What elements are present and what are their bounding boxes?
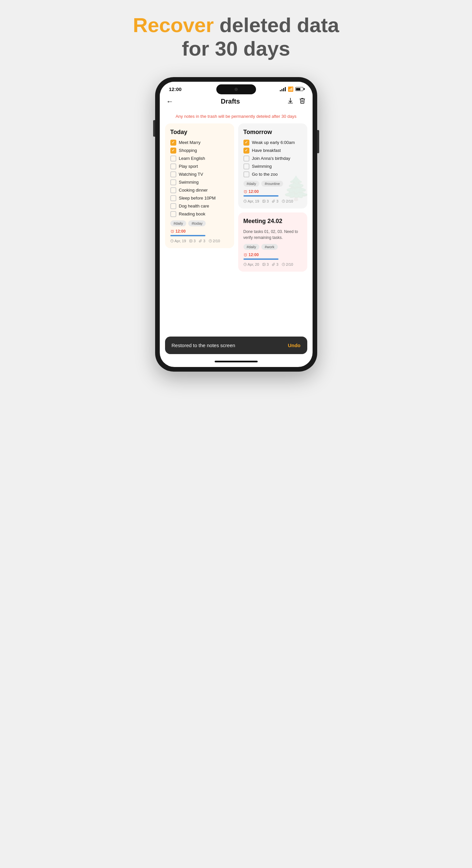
- back-button[interactable]: ←: [166, 97, 174, 106]
- meeting-date: Apr, 20: [244, 262, 259, 267]
- task-reading: Reading book: [170, 211, 229, 217]
- cards-grid: Today Meet Marry Shopping Learn English: [160, 123, 313, 278]
- checkbox-reading[interactable]: [170, 211, 176, 217]
- task-sleep: Sleep before 10PM: [170, 195, 229, 201]
- today-card-title: Today: [170, 129, 229, 136]
- meeting-images-count: 3: [266, 262, 269, 267]
- today-card-footer: 12:00 Apr, 19 3: [170, 229, 229, 243]
- today-card[interactable]: Today Meet Marry Shopping Learn English: [165, 123, 234, 248]
- checkbox-cooking[interactable]: [170, 187, 176, 193]
- phone-frame: 12:00 📶: [155, 77, 317, 372]
- checkbox-meet-marry[interactable]: [170, 140, 176, 146]
- task-cooking-text: Cooking dinner: [179, 188, 208, 193]
- header-title: Drafts: [221, 98, 240, 105]
- tag-daily-tmr: #daily: [244, 181, 260, 187]
- status-time: 12:00: [169, 86, 182, 92]
- tomorrow-alarm-time: 12:00: [249, 189, 259, 194]
- phone-screen: 12:00 📶: [160, 82, 313, 367]
- task-swimming-text: Swimming: [179, 180, 199, 185]
- checkbox-shopping[interactable]: [170, 148, 176, 154]
- today-images-count: 3: [193, 239, 195, 243]
- checkbox-play-sport[interactable]: [170, 163, 176, 169]
- today-date: Apr, 19: [170, 239, 186, 243]
- task-watching-tv: Watching TV: [170, 172, 229, 177]
- status-bar: 12:00 📶: [160, 82, 313, 94]
- checkbox-wakeup[interactable]: [244, 140, 249, 146]
- task-play-sport: Play sport: [170, 163, 229, 169]
- task-learn-english: Learn English: [170, 156, 229, 161]
- checkbox-breakfast[interactable]: [244, 148, 249, 154]
- status-icons: 📶: [280, 86, 303, 92]
- meeting-attachments: 3: [272, 262, 278, 267]
- today-card-meta: Apr, 19 3 3: [170, 239, 229, 243]
- home-indicator: [215, 361, 258, 362]
- meeting-progress: 2/10: [282, 262, 293, 267]
- task-breakfast-text: Have breakfast: [252, 148, 281, 153]
- undo-button[interactable]: Undo: [288, 342, 300, 348]
- svg-point-9: [263, 200, 263, 201]
- battery-icon: [295, 87, 303, 91]
- task-breakfast: Have breakfast: [244, 148, 302, 154]
- task-sleep-text: Sleep before 10PM: [179, 195, 216, 200]
- toast-notification: Restored to the notes screen Undo: [165, 337, 307, 354]
- task-birthday-text: Join Anna's birthday: [252, 156, 290, 161]
- tomorrow-card-title: Tomorrow: [244, 129, 302, 136]
- task-shopping-text: Shopping: [179, 148, 197, 153]
- today-attachments: 3: [199, 239, 205, 243]
- task-shopping: Shopping: [170, 148, 229, 154]
- checkbox-birthday[interactable]: [244, 156, 249, 161]
- task-meet-marry-text: Meet Marry: [179, 140, 201, 145]
- task-swimming-tmr: Swimming: [244, 163, 302, 169]
- tomorrow-date: Apr, 19: [244, 199, 259, 203]
- tag-rountine: #rountine: [261, 181, 283, 187]
- checkbox-swimming[interactable]: [170, 179, 176, 185]
- checkbox-sleep[interactable]: [170, 195, 176, 201]
- task-meet-marry: Meet Marry: [170, 140, 229, 146]
- today-progress-bar: [170, 235, 206, 236]
- signal-bars-icon: [280, 87, 286, 91]
- meeting-card-meta: Apr, 20 3 3: [244, 262, 302, 267]
- task-watching-tv-text: Watching TV: [179, 172, 203, 177]
- meeting-card-tags: #daily #work: [244, 244, 302, 250]
- task-swimming: Swimming: [170, 179, 229, 185]
- today-alarm: 12:00: [170, 229, 229, 234]
- meeting-desc: Done tasks 01, 02, 03. Need to verify re…: [244, 229, 302, 241]
- dynamic-island: [216, 84, 256, 94]
- meeting-progress-bar: [244, 258, 279, 260]
- meeting-alarm-time: 12:00: [249, 252, 259, 257]
- today-card-container: Today Meet Marry Shopping Learn English: [165, 123, 234, 272]
- task-reading-text: Reading book: [179, 212, 206, 216]
- tomorrow-progress-bar: [244, 195, 279, 196]
- checkbox-zoo[interactable]: [244, 172, 249, 177]
- checkbox-learn-english[interactable]: [170, 156, 176, 161]
- task-wakeup-text: Weak up early 6:00am: [252, 140, 295, 145]
- meeting-attach-count: 3: [276, 262, 278, 267]
- today-progress-text: 2/10: [213, 239, 220, 243]
- camera-dot: [234, 88, 238, 91]
- checkbox-dog-health[interactable]: [170, 203, 176, 209]
- tag-daily-meeting: #daily: [244, 244, 260, 250]
- tag-daily-today: #daily: [170, 220, 187, 226]
- task-cooking: Cooking dinner: [170, 187, 229, 193]
- headline-orange: Recover: [133, 13, 214, 36]
- trash-icon[interactable]: [299, 97, 306, 105]
- meeting-images: 3: [262, 262, 269, 267]
- app-header: ← Drafts: [160, 94, 313, 111]
- task-wakeup: Weak up early 6:00am: [244, 140, 302, 146]
- task-dog-health-text: Dog health care: [179, 204, 209, 209]
- today-card-tags: #daily #today: [170, 220, 229, 226]
- task-zoo-text: Go to the zoo: [252, 172, 278, 177]
- tag-today: #today: [188, 220, 206, 226]
- svg-point-4: [190, 240, 191, 241]
- meeting-card-title: Meeting 24.02: [244, 218, 302, 225]
- checkbox-swimming-tmr[interactable]: [244, 163, 249, 169]
- meeting-card[interactable]: Meeting 24.02 Done tasks 01, 02, 03. Nee…: [238, 212, 307, 272]
- checkbox-watching-tv[interactable]: [170, 172, 176, 177]
- download-icon[interactable]: [287, 97, 294, 105]
- task-learn-english-text: Learn English: [179, 156, 206, 161]
- tomorrow-images-count: 3: [266, 199, 269, 203]
- toast-message: Restored to the notes screen: [172, 342, 235, 348]
- right-cards: 🌲 Tomorrow Weak up early 6:00am Have bre…: [238, 123, 307, 272]
- svg-point-14: [263, 264, 263, 264]
- tomorrow-card[interactable]: 🌲 Tomorrow Weak up early 6:00am Have bre…: [238, 123, 307, 209]
